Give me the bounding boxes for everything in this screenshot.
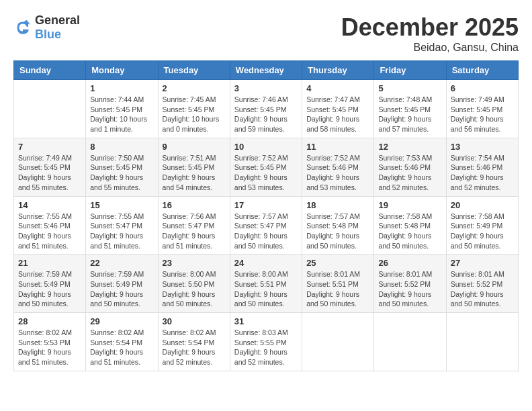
- day-info: Sunrise: 8:02 AMSunset: 5:53 PMDaylight:…: [18, 328, 81, 367]
- calendar-cell: 21Sunrise: 7:59 AMSunset: 5:49 PMDayligh…: [14, 255, 86, 313]
- logo-general: General: [35, 13, 80, 27]
- week-row-1: 7Sunrise: 7:49 AMSunset: 5:45 PMDaylight…: [14, 138, 519, 196]
- day-info: Sunrise: 7:56 AMSunset: 5:47 PMDaylight:…: [163, 212, 226, 251]
- calendar-cell: 15Sunrise: 7:55 AMSunset: 5:47 PMDayligh…: [86, 196, 158, 255]
- header: General Blue December 2025 Beidao, Gansu…: [13, 13, 519, 54]
- day-number: 22: [90, 258, 153, 268]
- day-number: 20: [451, 200, 514, 210]
- day-number: 30: [163, 316, 226, 326]
- day-number: 8: [90, 142, 153, 152]
- calendar-cell: 16Sunrise: 7:56 AMSunset: 5:47 PMDayligh…: [158, 196, 230, 255]
- calendar-cell: 25Sunrise: 8:01 AMSunset: 5:51 PMDayligh…: [302, 255, 374, 313]
- day-number: 12: [378, 142, 441, 152]
- location-title: Beidao, Gansu, China: [341, 42, 519, 54]
- day-number: 19: [378, 200, 441, 210]
- header-day-friday: Friday: [374, 61, 446, 80]
- day-info: Sunrise: 7:59 AMSunset: 5:49 PMDaylight:…: [18, 269, 81, 309]
- header-day-sunday: Sunday: [14, 61, 86, 80]
- day-number: 7: [18, 142, 81, 152]
- day-info: Sunrise: 7:52 AMSunset: 5:45 PMDaylight:…: [234, 153, 298, 193]
- day-number: 13: [451, 142, 514, 152]
- day-info: Sunrise: 7:48 AMSunset: 5:45 PMDaylight:…: [378, 95, 441, 134]
- day-number: 21: [18, 258, 81, 268]
- calendar-table: SundayMondayTuesdayWednesdayThursdayFrid…: [13, 60, 519, 371]
- day-info: Sunrise: 7:58 AMSunset: 5:49 PMDaylight:…: [451, 212, 514, 251]
- calendar-cell: 13Sunrise: 7:54 AMSunset: 5:46 PMDayligh…: [446, 138, 518, 196]
- day-info: Sunrise: 7:57 AMSunset: 5:48 PMDaylight:…: [306, 212, 369, 251]
- calendar-cell: 24Sunrise: 8:00 AMSunset: 5:51 PMDayligh…: [230, 255, 302, 313]
- calendar-cell: [14, 80, 86, 138]
- week-row-4: 28Sunrise: 8:02 AMSunset: 5:53 PMDayligh…: [14, 313, 519, 371]
- day-info: Sunrise: 7:54 AMSunset: 5:46 PMDaylight:…: [451, 153, 514, 193]
- calendar-cell: [374, 313, 446, 371]
- logo: General Blue: [13, 13, 80, 42]
- day-number: 4: [306, 83, 369, 93]
- calendar-cell: 18Sunrise: 7:57 AMSunset: 5:48 PMDayligh…: [302, 196, 374, 255]
- day-number: 10: [234, 142, 298, 152]
- day-info: Sunrise: 7:47 AMSunset: 5:45 PMDaylight:…: [306, 95, 369, 134]
- day-number: 1: [90, 83, 153, 93]
- calendar-cell: 27Sunrise: 8:01 AMSunset: 5:52 PMDayligh…: [446, 255, 518, 313]
- day-info: Sunrise: 7:51 AMSunset: 5:45 PMDaylight:…: [163, 153, 226, 193]
- day-number: 25: [306, 258, 369, 268]
- header-day-monday: Monday: [86, 61, 158, 80]
- calendar-cell: 11Sunrise: 7:52 AMSunset: 5:46 PMDayligh…: [302, 138, 374, 196]
- logo-icon: [13, 18, 32, 37]
- day-info: Sunrise: 7:55 AMSunset: 5:47 PMDaylight:…: [90, 212, 153, 251]
- title-area: December 2025 Beidao, Gansu, China: [341, 13, 519, 54]
- calendar-cell: 1Sunrise: 7:44 AMSunset: 5:45 PMDaylight…: [86, 80, 158, 138]
- calendar-cell: 9Sunrise: 7:51 AMSunset: 5:45 PMDaylight…: [158, 138, 230, 196]
- calendar-cell: 14Sunrise: 7:55 AMSunset: 5:46 PMDayligh…: [14, 196, 86, 255]
- calendar-cell: 31Sunrise: 8:03 AMSunset: 5:55 PMDayligh…: [230, 313, 302, 371]
- week-row-3: 21Sunrise: 7:59 AMSunset: 5:49 PMDayligh…: [14, 255, 519, 313]
- header-day-thursday: Thursday: [302, 61, 374, 80]
- day-number: 27: [451, 258, 514, 268]
- calendar-cell: 30Sunrise: 8:02 AMSunset: 5:54 PMDayligh…: [158, 313, 230, 371]
- calendar-cell: 6Sunrise: 7:49 AMSunset: 5:45 PMDaylight…: [446, 80, 518, 138]
- day-info: Sunrise: 7:50 AMSunset: 5:45 PMDaylight:…: [90, 153, 153, 193]
- day-number: 17: [234, 200, 298, 210]
- day-number: 15: [90, 200, 153, 210]
- day-info: Sunrise: 8:00 AMSunset: 5:50 PMDaylight:…: [163, 269, 226, 309]
- day-info: Sunrise: 8:01 AMSunset: 5:51 PMDaylight:…: [306, 269, 369, 309]
- day-info: Sunrise: 7:59 AMSunset: 5:49 PMDaylight:…: [90, 269, 153, 309]
- day-info: Sunrise: 7:52 AMSunset: 5:46 PMDaylight:…: [306, 153, 369, 193]
- day-number: 2: [163, 83, 226, 93]
- day-number: 11: [306, 142, 369, 152]
- calendar-cell: 8Sunrise: 7:50 AMSunset: 5:45 PMDaylight…: [86, 138, 158, 196]
- day-number: 29: [90, 316, 153, 326]
- day-number: 6: [451, 83, 514, 93]
- day-info: Sunrise: 8:02 AMSunset: 5:54 PMDaylight:…: [90, 328, 153, 367]
- day-info: Sunrise: 7:44 AMSunset: 5:45 PMDaylight:…: [90, 95, 153, 134]
- calendar-cell: 4Sunrise: 7:47 AMSunset: 5:45 PMDaylight…: [302, 80, 374, 138]
- header-day-saturday: Saturday: [446, 61, 518, 80]
- header-day-tuesday: Tuesday: [158, 61, 230, 80]
- day-number: 26: [378, 258, 441, 268]
- day-info: Sunrise: 8:02 AMSunset: 5:54 PMDaylight:…: [163, 328, 226, 367]
- day-info: Sunrise: 7:46 AMSunset: 5:45 PMDaylight:…: [234, 95, 298, 134]
- calendar-cell: 29Sunrise: 8:02 AMSunset: 5:54 PMDayligh…: [86, 313, 158, 371]
- calendar-cell: 7Sunrise: 7:49 AMSunset: 5:45 PMDaylight…: [14, 138, 86, 196]
- calendar-cell: 28Sunrise: 8:02 AMSunset: 5:53 PMDayligh…: [14, 313, 86, 371]
- calendar-cell: 26Sunrise: 8:01 AMSunset: 5:52 PMDayligh…: [374, 255, 446, 313]
- header-row: SundayMondayTuesdayWednesdayThursdayFrid…: [14, 61, 519, 80]
- logo-blue: Blue: [35, 28, 61, 41]
- day-info: Sunrise: 8:01 AMSunset: 5:52 PMDaylight:…: [451, 269, 514, 309]
- calendar-cell: 20Sunrise: 7:58 AMSunset: 5:49 PMDayligh…: [446, 196, 518, 255]
- week-row-0: 1Sunrise: 7:44 AMSunset: 5:45 PMDaylight…: [14, 80, 519, 138]
- day-info: Sunrise: 7:57 AMSunset: 5:47 PMDaylight:…: [234, 212, 298, 251]
- calendar-cell: 5Sunrise: 7:48 AMSunset: 5:45 PMDaylight…: [374, 80, 446, 138]
- week-row-2: 14Sunrise: 7:55 AMSunset: 5:46 PMDayligh…: [14, 196, 519, 255]
- day-info: Sunrise: 8:00 AMSunset: 5:51 PMDaylight:…: [234, 269, 298, 309]
- day-number: 24: [234, 258, 298, 268]
- day-info: Sunrise: 7:58 AMSunset: 5:48 PMDaylight:…: [378, 212, 441, 251]
- day-number: 14: [18, 200, 81, 210]
- day-info: Sunrise: 7:53 AMSunset: 5:46 PMDaylight:…: [378, 153, 441, 193]
- calendar-cell: 3Sunrise: 7:46 AMSunset: 5:45 PMDaylight…: [230, 80, 302, 138]
- calendar-cell: 17Sunrise: 7:57 AMSunset: 5:47 PMDayligh…: [230, 196, 302, 255]
- calendar-cell: [302, 313, 374, 371]
- day-number: 16: [163, 200, 226, 210]
- day-number: 5: [378, 83, 441, 93]
- calendar-cell: 22Sunrise: 7:59 AMSunset: 5:49 PMDayligh…: [86, 255, 158, 313]
- header-day-wednesday: Wednesday: [230, 61, 302, 80]
